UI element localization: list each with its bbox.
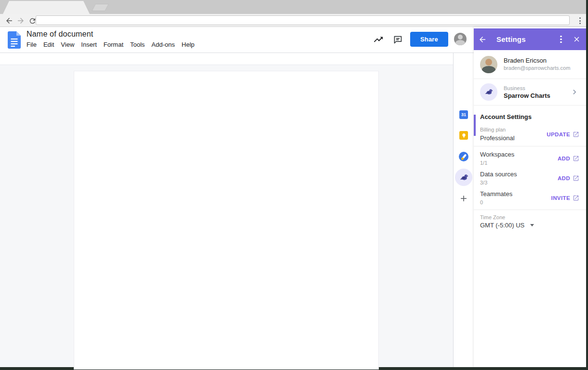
business-type-label: Business: [504, 85, 550, 92]
billing-plan-value: Professional: [480, 134, 515, 142]
menu-format[interactable]: Format: [104, 41, 123, 48]
docs-menu-bar: File Edit View Insert Format Tools Add-o…: [27, 41, 195, 48]
document-canvas: [0, 65, 453, 367]
panel-menu-icon[interactable]: [555, 34, 567, 45]
new-tab-button[interactable]: [92, 4, 109, 11]
menu-help[interactable]: Help: [182, 41, 195, 48]
teammates-label: Teammates: [480, 190, 512, 198]
panel-close-icon[interactable]: [571, 34, 582, 45]
workspaces-count: 1/1: [480, 159, 514, 166]
menu-edit[interactable]: Edit: [43, 41, 54, 48]
external-link-icon: [573, 131, 579, 138]
panel-title: Settings: [496, 35, 526, 43]
data-sources-label: Data sources: [480, 170, 517, 178]
share-button[interactable]: Share: [410, 32, 448, 47]
keep-icon[interactable]: [459, 131, 468, 140]
browser-menu-icon[interactable]: [575, 15, 585, 26]
menu-insert[interactable]: Insert: [81, 41, 97, 48]
workspaces-row: Workspaces 1/1 ADD: [474, 148, 586, 168]
update-billing-link[interactable]: UPDATE: [547, 131, 579, 138]
timezone-label: Time Zone: [480, 214, 580, 221]
account-settings-heading: Account Settings: [474, 106, 586, 124]
timezone-row: Time Zone GMT (-5:00) US: [474, 210, 586, 234]
menu-view[interactable]: View: [61, 41, 74, 48]
back-icon[interactable]: [4, 15, 14, 26]
avatar-silhouette: [458, 35, 463, 40]
user-name: Braden Ericson: [504, 57, 570, 65]
sparrow-charts-addon-icon[interactable]: [455, 169, 472, 186]
docs-file-icon[interactable]: [8, 31, 21, 49]
user-avatar: [480, 56, 497, 73]
data-sources-count: 3/3: [480, 179, 517, 186]
user-email: braden@sparrowcharts.com: [504, 65, 570, 72]
docs-ruler-area: [0, 53, 453, 65]
invite-teammates-link[interactable]: INVITE: [551, 195, 579, 201]
menu-tools[interactable]: Tools: [130, 41, 145, 48]
add-addon-icon[interactable]: [459, 194, 468, 203]
add-workspace-link[interactable]: ADD: [558, 155, 579, 162]
docs-header: Name of document File Edit View Insert F…: [0, 27, 474, 53]
data-sources-row: Data sources 3/3 ADD: [474, 168, 586, 188]
settings-panel-header: Settings: [474, 28, 586, 50]
sparrow-bird-icon: [484, 88, 493, 96]
browser-tab-bar: [0, 0, 586, 14]
panel-back-icon[interactable]: [477, 34, 488, 45]
address-bar[interactable]: [36, 15, 570, 25]
comments-icon[interactable]: [392, 34, 403, 45]
menu-addons[interactable]: Add-ons: [151, 41, 174, 48]
workspaces-label: Workspaces: [480, 150, 514, 159]
document-page[interactable]: [74, 71, 379, 370]
add-data-source-link[interactable]: ADD: [558, 175, 579, 182]
external-link-icon: [573, 155, 579, 162]
sparrow-bird-icon: [459, 173, 468, 182]
dropdown-caret-icon: [530, 224, 534, 226]
calendar-icon[interactable]: 31: [459, 110, 468, 119]
browser-toolbar: [0, 14, 586, 27]
external-link-icon: [573, 195, 579, 201]
user-profile-row: Braden Ericson braden@sparrowcharts.com: [474, 50, 586, 79]
teammates-row: Teammates 0 INVITE: [474, 188, 586, 210]
settings-panel: Settings Braden Ericson braden@sparrowch…: [474, 27, 586, 367]
business-row[interactable]: Business Sparrow Charts: [474, 79, 586, 106]
settings-panel-body: Braden Ericson braden@sparrowcharts.com …: [474, 50, 586, 234]
business-name: Sparrow Charts: [504, 92, 550, 100]
tasks-icon[interactable]: [459, 152, 468, 161]
document-title[interactable]: Name of document: [27, 30, 93, 39]
forward-icon[interactable]: [15, 15, 26, 26]
account-avatar[interactable]: [454, 33, 467, 45]
document-activity-icon[interactable]: [373, 34, 384, 45]
teammates-count: 0: [480, 199, 512, 206]
billing-plan-label: Billing plan: [480, 126, 515, 133]
addon-sidebar: 31: [453, 53, 474, 367]
browser-tab[interactable]: [3, 1, 90, 14]
business-logo: [480, 83, 497, 101]
external-link-icon: [573, 175, 579, 182]
chevron-right-icon[interactable]: [570, 87, 579, 97]
menu-file[interactable]: File: [27, 41, 37, 48]
timezone-select[interactable]: GMT (-5:00) US: [480, 221, 580, 230]
billing-plan-row: Billing plan Professional UPDATE: [474, 124, 586, 146]
